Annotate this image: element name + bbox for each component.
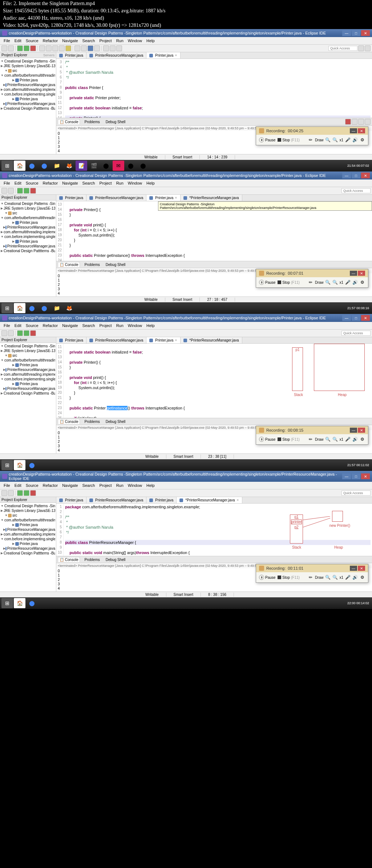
- taskbar-item[interactable]: ⬤: [39, 161, 50, 171]
- menu-project[interactable]: Project: [97, 38, 114, 44]
- menu-file[interactable]: File: [1, 180, 12, 186]
- close-button[interactable]: ✕: [361, 173, 370, 178]
- taskbar-item[interactable]: ⬤: [26, 161, 38, 171]
- project-tree[interactable]: ▼Creational Design Patterns -Singleton P…: [0, 58, 56, 112]
- recorder-close[interactable]: ✕: [358, 128, 365, 133]
- menu-navigate[interactable]: Navigate: [60, 323, 80, 328]
- maximize-button[interactable]: □: [352, 30, 360, 36]
- tb-btn[interactable]: [59, 45, 65, 51]
- draw-icon[interactable]: ✏: [308, 137, 314, 143]
- minimize-button[interactable]: —: [342, 473, 351, 479]
- screen-recorder[interactable]: Recording: 00:07:01 —✕ ⏸Pause Stop (F11)…: [256, 269, 368, 288]
- stop-button[interactable]: Stop (F11): [278, 138, 299, 142]
- tb-btn[interactable]: [65, 45, 71, 51]
- menu-file[interactable]: File: [1, 323, 12, 328]
- code-editor[interactable]: 1112131415161718192021222324252627282930…: [56, 344, 372, 418]
- console-tab[interactable]: 📋 Console: [58, 262, 80, 267]
- menu-navigate[interactable]: Navigate: [60, 38, 80, 44]
- save-button[interactable]: [8, 45, 14, 51]
- menu-edit[interactable]: Edit: [12, 38, 24, 44]
- code-editor[interactable]: 1314151617181920212223242526272829303132…: [56, 201, 372, 261]
- new-button[interactable]: [1, 45, 7, 51]
- menu-search[interactable]: Search: [80, 180, 97, 186]
- menu-window[interactable]: Window: [126, 483, 144, 488]
- editor-tab[interactable]: *PrinterResourceManager.java: [181, 337, 242, 343]
- tb-btn[interactable]: [46, 45, 52, 51]
- toolbar-button[interactable]: [1, 188, 7, 194]
- menu-window[interactable]: Window: [126, 38, 144, 44]
- problems-tab[interactable]: Problems: [83, 120, 101, 124]
- code-editor[interactable]: 3456789101112131415161718192021/** * * @…: [56, 59, 372, 118]
- run-button[interactable]: [17, 188, 23, 194]
- start-button[interactable]: ⊞: [1, 161, 13, 171]
- editor-tab-active[interactable]: Printer.java✕: [146, 195, 181, 201]
- menu-run[interactable]: Run: [114, 38, 126, 44]
- taskbar-item[interactable]: 🦊: [63, 161, 75, 171]
- menu-source[interactable]: Source: [24, 323, 41, 328]
- settings-icon[interactable]: ⚙: [359, 137, 365, 143]
- project-tree[interactable]: ▼Creational Design Patterns -Singleton P…: [0, 343, 56, 396]
- menu-project[interactable]: Project: [97, 180, 114, 186]
- taskbar-item[interactable]: 🏠: [14, 161, 25, 171]
- taskbar-item[interactable]: 🎬: [88, 161, 100, 171]
- tb-btn[interactable]: [88, 45, 93, 51]
- tb-btn[interactable]: [81, 45, 87, 51]
- minimize-button[interactable]: —: [342, 173, 351, 178]
- console-tab[interactable]: 📋 Console: [58, 119, 80, 124]
- pause-button[interactable]: ⏸Pause: [259, 280, 275, 285]
- problems-tab[interactable]: Problems: [83, 262, 101, 267]
- menu-run[interactable]: Run: [114, 180, 126, 186]
- terminate-button[interactable]: [345, 119, 351, 125]
- screen-recorder[interactable]: Recording: 00:11:01 —✕ ⏸Pause Stop (F11)…: [256, 564, 368, 583]
- mic-icon[interactable]: 🎤: [345, 137, 351, 143]
- editor-tab[interactable]: PrinterResourceManager.java: [86, 497, 146, 503]
- taskbar-item[interactable]: ✉: [113, 161, 124, 171]
- taskbar-item[interactable]: 📝: [76, 161, 87, 171]
- taskbar-item[interactable]: ⬤: [137, 161, 149, 171]
- speaker-icon[interactable]: 🔊: [352, 137, 358, 143]
- debug-button[interactable]: [24, 188, 29, 194]
- menu-search[interactable]: Search: [80, 323, 97, 328]
- tb-btn[interactable]: [116, 45, 122, 51]
- menu-window[interactable]: Window: [126, 180, 144, 186]
- menu-help[interactable]: Help: [144, 38, 157, 44]
- editor-tab[interactable]: Printer.java: [146, 497, 177, 503]
- zoom-in-icon[interactable]: 🔍: [332, 137, 338, 143]
- taskbar[interactable]: ⊞ 🏠 ⬤ ⬤ 📁 🦊 📝 🎬 ⬤ ✉ ⬤ ⬤ 21:54 00:07:02: [0, 160, 372, 171]
- menu-navigate[interactable]: Navigate: [60, 483, 80, 488]
- stop-button[interactable]: [30, 188, 36, 194]
- close-button[interactable]: ✕: [361, 30, 370, 36]
- debug-shell-tab[interactable]: Debug Shell: [104, 262, 127, 267]
- taskbar-item[interactable]: ⬤: [125, 161, 137, 171]
- console-btn[interactable]: [365, 119, 371, 125]
- menu-run[interactable]: Run: [114, 483, 126, 488]
- minimize-button[interactable]: —: [342, 30, 351, 36]
- start-button[interactable]: ⊞: [1, 303, 13, 313]
- minimize-button[interactable]: —: [342, 315, 351, 321]
- tb-btn[interactable]: [39, 45, 45, 51]
- console-btn[interactable]: [352, 119, 357, 125]
- editor-tab[interactable]: Printer.java: [56, 52, 86, 58]
- taskbar-item[interactable]: ⬤: [100, 161, 112, 171]
- console-btn[interactable]: [358, 119, 364, 125]
- menu-run[interactable]: Run: [114, 323, 126, 328]
- code-editor[interactable]: 1234567891011121314151617package com.aft…: [56, 504, 372, 556]
- menu-help[interactable]: Help: [144, 323, 157, 328]
- editor-tab[interactable]: PrinterResourceManager.java: [86, 195, 146, 201]
- editor-tab[interactable]: Printer.java: [56, 337, 86, 343]
- maximize-button[interactable]: □: [352, 315, 360, 321]
- zoom-out-icon[interactable]: 🔍: [325, 137, 331, 143]
- editor-tab-active[interactable]: Printer.java✕: [146, 52, 181, 58]
- menu-file[interactable]: File: [1, 483, 12, 488]
- toolbar-button[interactable]: [8, 188, 14, 194]
- perspective-java[interactable]: [358, 45, 364, 51]
- menu-refactor[interactable]: Refactor: [41, 180, 60, 186]
- screen-recorder[interactable]: Recording: 00:04:25 — ✕ ⏸Pause Stop (F11…: [256, 126, 368, 145]
- quick-access-input[interactable]: [341, 188, 371, 193]
- recorder-minimize[interactable]: —: [350, 128, 357, 133]
- stop-button[interactable]: [30, 45, 36, 51]
- editor-tab[interactable]: Printer.java: [56, 497, 86, 503]
- pause-button[interactable]: ⏸Pause: [259, 137, 275, 142]
- debug-button[interactable]: [24, 45, 29, 51]
- menu-search[interactable]: Search: [80, 483, 97, 488]
